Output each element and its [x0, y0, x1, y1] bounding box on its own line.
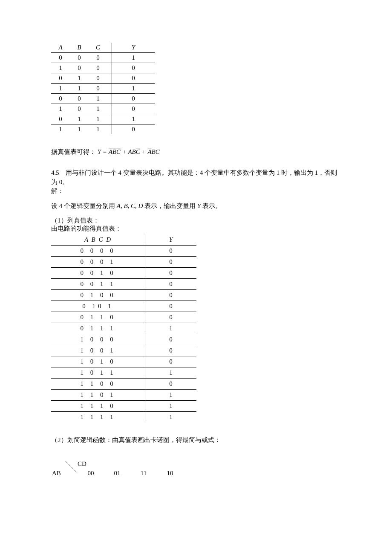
kmap-row-label: AB [52, 470, 61, 477]
col-header-abcd: A B C D [51, 234, 145, 246]
kmap-diagonal-line-icon [65, 460, 79, 475]
problem-statement: 4.5 用与非门设计一个 4 变量表决电路。其功能是：4 个变量中有多数个变量为… [51, 168, 341, 187]
table-row: 1 1 1 11 [51, 412, 196, 423]
table-row: 1 0 0 10 [51, 345, 196, 356]
table-row: 1 1 1 01 [51, 401, 196, 412]
step1-title: （1）列真值表： [51, 217, 341, 225]
kmap-col-headers: 00 01 11 10 [85, 470, 176, 477]
table-row: 0 1 0 00 [51, 290, 196, 301]
table-row: 0 0 0 00 [51, 246, 196, 257]
table-row: 1101 [51, 84, 155, 94]
kmap-header: CD AB 00 01 11 10 [51, 462, 187, 479]
table-row: 1010 [51, 104, 155, 114]
table-row: 0010 [51, 94, 155, 104]
derive-prefix: 据真值表可得： [51, 148, 96, 155]
solution-label: 解： [51, 187, 341, 195]
truth-table-3var: A B C Y 0001 1000 0100 1101 0010 1010 01… [51, 43, 155, 134]
table-row: 0 1 1 00 [51, 312, 196, 323]
table-row: 1110 [51, 124, 155, 135]
col-header-a: A [51, 43, 70, 53]
svg-line-0 [65, 460, 78, 473]
step2-title: （2）划简逻辑函数：由真值表画出卡诺图，得最简与或式： [51, 435, 341, 445]
table-row: 1 0 1 11 [51, 367, 196, 379]
table-row: 1 0 1 00 [51, 356, 196, 367]
kmap-col-label: CD [78, 460, 86, 468]
derived-formula: 据真值表可得： Y = ABC + ABC + ABC [51, 147, 341, 157]
truth-table-4var: A B C D Y 0 0 0 00 0 0 0 10 0 0 1 00 0 0… [51, 234, 196, 422]
table-row: 0 0 1 00 [51, 268, 196, 279]
table-row: 0 1 1 11 [51, 323, 196, 334]
table-row: 0100 [51, 73, 155, 84]
col-header-c: C [89, 43, 112, 53]
table-row: 1000 [51, 63, 155, 73]
step1-subtitle: 由电路的功能得真值表： [51, 225, 341, 233]
col-header-y: Y [112, 43, 155, 53]
table-row: 1 1 0 00 [51, 379, 196, 390]
table-row: 0001 [51, 53, 155, 63]
table-row: 0 0 0 10 [51, 257, 196, 268]
table-row: 0 0 1 10 [51, 279, 196, 290]
variable-definition: 设 4 个逻辑变量分别用 A, B, C, D 表示，输出变量用 Y 表示。 [51, 201, 341, 211]
table-row: 1 0 0 00 [51, 334, 196, 345]
col-header-y: Y [145, 234, 197, 246]
table-row: 0 10 10 [51, 301, 196, 312]
table-row: 0111 [51, 114, 155, 124]
table-row: 1 1 0 11 [51, 390, 196, 401]
col-header-b: B [70, 43, 89, 53]
